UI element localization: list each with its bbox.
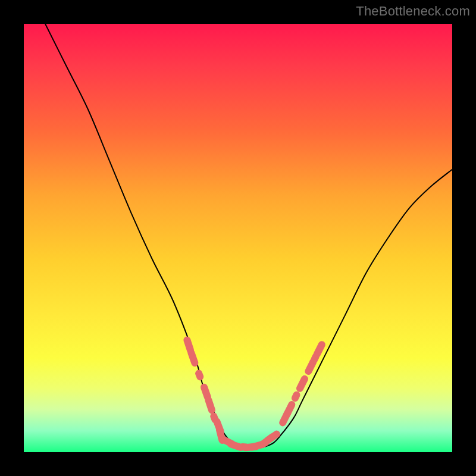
curve-marker [287, 405, 292, 414]
watermark-text: TheBottleneck.com [356, 4, 470, 19]
curve-marker [317, 345, 322, 354]
curve-marker [199, 374, 200, 377]
curve-marker [308, 362, 313, 371]
bottleneck-curve [45, 24, 452, 449]
curve-marker [204, 387, 208, 397]
curve-layer [45, 24, 452, 449]
curve-marker [208, 400, 212, 410]
bottleneck-curve-svg [24, 24, 452, 452]
curve-marker [268, 434, 277, 440]
curve-marker [187, 340, 190, 350]
marker-layer [187, 340, 321, 448]
curve-marker [295, 395, 297, 398]
curve-marker [300, 379, 305, 389]
curve-marker [191, 353, 195, 363]
chart-frame: TheBottleneck.com [0, 0, 476, 476]
plot-area [24, 24, 452, 452]
